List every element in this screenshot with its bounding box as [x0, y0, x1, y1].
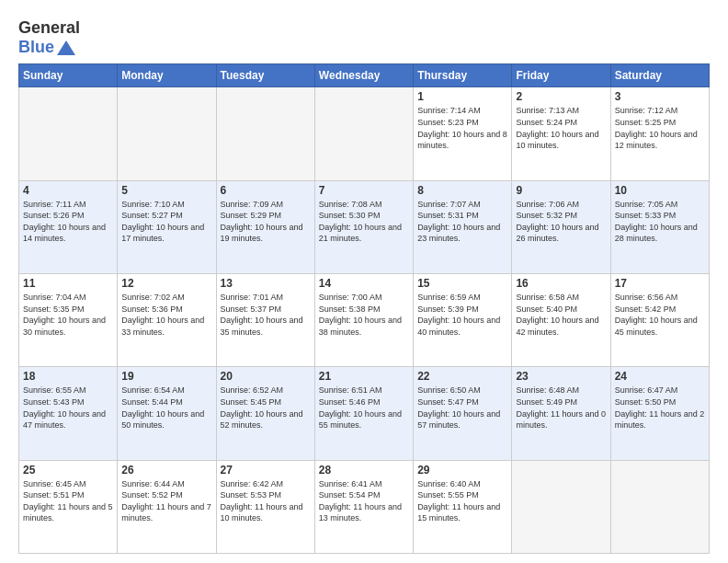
calendar-cell: [512, 460, 610, 553]
day-header-tuesday: Tuesday: [216, 64, 314, 87]
day-number: 4: [23, 184, 113, 197]
calendar-cell: 2Sunrise: 7:13 AMSunset: 5:24 PMDaylight…: [512, 87, 610, 180]
day-number: 6: [221, 184, 311, 197]
calendar-cell: 27Sunrise: 6:42 AMSunset: 5:53 PMDayligh…: [216, 460, 314, 553]
day-number: 1: [417, 90, 507, 103]
day-info: Sunrise: 7:04 AMSunset: 5:35 PMDaylight:…: [23, 292, 113, 338]
day-number: 17: [615, 277, 705, 290]
logo: General Blue: [18, 18, 80, 56]
calendar-cell: 26Sunrise: 6:44 AMSunset: 5:52 PMDayligh…: [118, 460, 216, 553]
day-number: 12: [121, 277, 211, 290]
logo-general: General: [18, 18, 80, 38]
day-header-wednesday: Wednesday: [314, 64, 413, 87]
day-number: 8: [417, 184, 507, 197]
week-row-3: 11Sunrise: 7:04 AMSunset: 5:35 PMDayligh…: [19, 274, 710, 367]
calendar-cell: 9Sunrise: 7:06 AMSunset: 5:32 PMDaylight…: [512, 180, 610, 273]
day-info: Sunrise: 6:47 AMSunset: 5:50 PMDaylight:…: [615, 385, 705, 431]
day-info: Sunrise: 6:54 AMSunset: 5:44 PMDaylight:…: [121, 385, 211, 431]
day-info: Sunrise: 6:52 AMSunset: 5:45 PMDaylight:…: [221, 385, 311, 431]
day-info: Sunrise: 6:40 AMSunset: 5:55 PMDaylight:…: [417, 478, 507, 524]
day-number: 2: [516, 90, 606, 103]
week-row-2: 4Sunrise: 7:11 AMSunset: 5:26 PMDaylight…: [19, 180, 710, 273]
calendar-cell: 23Sunrise: 6:48 AMSunset: 5:49 PMDayligh…: [512, 367, 610, 460]
day-header-thursday: Thursday: [414, 64, 512, 87]
calendar-cell: 17Sunrise: 6:56 AMSunset: 5:42 PMDayligh…: [610, 274, 709, 367]
calendar-cell: 25Sunrise: 6:45 AMSunset: 5:51 PMDayligh…: [19, 460, 118, 553]
calendar-cell: 28Sunrise: 6:41 AMSunset: 5:54 PMDayligh…: [314, 460, 413, 553]
day-info: Sunrise: 6:41 AMSunset: 5:54 PMDaylight:…: [319, 478, 409, 524]
day-number: 23: [516, 370, 606, 383]
day-info: Sunrise: 7:06 AMSunset: 5:32 PMDaylight:…: [516, 199, 606, 245]
calendar-cell: 6Sunrise: 7:09 AMSunset: 5:29 PMDaylight…: [216, 180, 314, 273]
calendar-cell: 16Sunrise: 6:58 AMSunset: 5:40 PMDayligh…: [512, 274, 610, 367]
header: General Blue: [18, 15, 710, 56]
day-info: Sunrise: 7:12 AMSunset: 5:25 PMDaylight:…: [615, 105, 705, 151]
week-row-4: 18Sunrise: 6:55 AMSunset: 5:43 PMDayligh…: [19, 367, 710, 460]
calendar-cell: 3Sunrise: 7:12 AMSunset: 5:25 PMDaylight…: [610, 87, 709, 180]
day-info: Sunrise: 7:00 AMSunset: 5:38 PMDaylight:…: [319, 292, 409, 338]
day-header-monday: Monday: [118, 64, 216, 87]
calendar-cell: [19, 87, 118, 180]
day-info: Sunrise: 6:50 AMSunset: 5:47 PMDaylight:…: [417, 385, 507, 431]
day-info: Sunrise: 7:10 AMSunset: 5:27 PMDaylight:…: [121, 199, 211, 245]
day-number: 22: [417, 370, 507, 383]
day-info: Sunrise: 7:08 AMSunset: 5:30 PMDaylight:…: [319, 199, 409, 245]
svg-marker-0: [57, 40, 75, 55]
day-info: Sunrise: 7:01 AMSunset: 5:37 PMDaylight:…: [221, 292, 311, 338]
calendar-cell: [610, 460, 709, 553]
calendar-cell: 8Sunrise: 7:07 AMSunset: 5:31 PMDaylight…: [414, 180, 512, 273]
day-number: 14: [319, 277, 409, 290]
day-header-saturday: Saturday: [610, 64, 709, 87]
day-number: 15: [417, 277, 507, 290]
week-row-1: 1Sunrise: 7:14 AMSunset: 5:23 PMDaylight…: [19, 87, 710, 180]
day-number: 20: [221, 370, 311, 383]
calendar-cell: 20Sunrise: 6:52 AMSunset: 5:45 PMDayligh…: [216, 367, 314, 460]
calendar-cell: [216, 87, 314, 180]
calendar-cell: 19Sunrise: 6:54 AMSunset: 5:44 PMDayligh…: [118, 367, 216, 460]
calendar-cell: 15Sunrise: 6:59 AMSunset: 5:39 PMDayligh…: [414, 274, 512, 367]
logo-triangle-icon: [57, 40, 75, 55]
calendar-cell: 18Sunrise: 6:55 AMSunset: 5:43 PMDayligh…: [19, 367, 118, 460]
day-info: Sunrise: 7:14 AMSunset: 5:23 PMDaylight:…: [417, 105, 507, 151]
day-info: Sunrise: 6:58 AMSunset: 5:40 PMDaylight:…: [516, 292, 606, 338]
calendar-table: SundayMondayTuesdayWednesdayThursdayFrid…: [18, 63, 710, 554]
day-info: Sunrise: 6:51 AMSunset: 5:46 PMDaylight:…: [319, 385, 409, 431]
calendar-cell: 13Sunrise: 7:01 AMSunset: 5:37 PMDayligh…: [216, 274, 314, 367]
day-number: 28: [319, 464, 409, 477]
day-header-friday: Friday: [512, 64, 610, 87]
calendar-cell: 21Sunrise: 6:51 AMSunset: 5:46 PMDayligh…: [314, 367, 413, 460]
logo-blue-row: Blue: [18, 38, 80, 57]
day-info: Sunrise: 6:56 AMSunset: 5:42 PMDaylight:…: [615, 292, 705, 338]
calendar-cell: 5Sunrise: 7:10 AMSunset: 5:27 PMDaylight…: [118, 180, 216, 273]
calendar-cell: 11Sunrise: 7:04 AMSunset: 5:35 PMDayligh…: [19, 274, 118, 367]
day-info: Sunrise: 7:13 AMSunset: 5:24 PMDaylight:…: [516, 105, 606, 151]
day-number: 27: [221, 464, 311, 477]
day-info: Sunrise: 7:02 AMSunset: 5:36 PMDaylight:…: [121, 292, 211, 338]
page: General Blue SundayMondayTuesdayWednesda…: [0, 0, 728, 563]
day-info: Sunrise: 7:07 AMSunset: 5:31 PMDaylight:…: [417, 199, 507, 245]
day-number: 9: [516, 184, 606, 197]
day-number: 24: [615, 370, 705, 383]
day-number: 5: [121, 184, 211, 197]
day-header-sunday: Sunday: [19, 64, 118, 87]
logo-blue-text: Blue: [18, 38, 54, 57]
day-info: Sunrise: 7:09 AMSunset: 5:29 PMDaylight:…: [221, 199, 311, 245]
day-number: 13: [221, 277, 311, 290]
day-number: 11: [23, 277, 113, 290]
calendar-cell: 12Sunrise: 7:02 AMSunset: 5:36 PMDayligh…: [118, 274, 216, 367]
day-number: 26: [121, 464, 211, 477]
day-number: 25: [23, 464, 113, 477]
calendar-cell: 14Sunrise: 7:00 AMSunset: 5:38 PMDayligh…: [314, 274, 413, 367]
calendar-cell: [314, 87, 413, 180]
day-number: 16: [516, 277, 606, 290]
calendar-cell: [118, 87, 216, 180]
day-info: Sunrise: 7:11 AMSunset: 5:26 PMDaylight:…: [23, 199, 113, 245]
calendar-cell: 1Sunrise: 7:14 AMSunset: 5:23 PMDaylight…: [414, 87, 512, 180]
week-row-5: 25Sunrise: 6:45 AMSunset: 5:51 PMDayligh…: [19, 460, 710, 553]
day-number: 29: [417, 464, 507, 477]
calendar-cell: 29Sunrise: 6:40 AMSunset: 5:55 PMDayligh…: [414, 460, 512, 553]
day-info: Sunrise: 7:05 AMSunset: 5:33 PMDaylight:…: [615, 199, 705, 245]
calendar-cell: 10Sunrise: 7:05 AMSunset: 5:33 PMDayligh…: [610, 180, 709, 273]
day-info: Sunrise: 6:55 AMSunset: 5:43 PMDaylight:…: [23, 385, 113, 431]
day-info: Sunrise: 6:44 AMSunset: 5:52 PMDaylight:…: [121, 478, 211, 524]
